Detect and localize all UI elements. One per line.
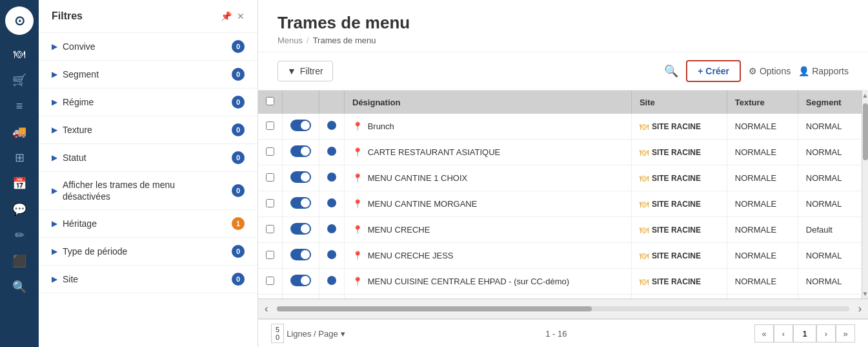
row-toggle-cell bbox=[283, 165, 319, 191]
site-icon: 🍽 bbox=[640, 251, 649, 261]
filter-item-convive[interactable]: ▶ Convive 0 bbox=[39, 33, 257, 61]
filter-item-statut[interactable]: ▶ Statut 0 bbox=[39, 144, 257, 172]
row-designation-cell: 📍 MENU CRECHE JESS bbox=[345, 243, 632, 269]
filter-button[interactable]: ▼ Filtrer bbox=[278, 61, 333, 81]
options-button[interactable]: ⚙ Options bbox=[749, 66, 791, 76]
select-all-checkbox[interactable] bbox=[266, 97, 274, 105]
row-dot-cell bbox=[319, 217, 345, 243]
breadcrumb-parent[interactable]: Menus bbox=[278, 36, 303, 45]
row-site: SITE RACINE bbox=[652, 226, 701, 235]
row-checkbox[interactable] bbox=[266, 225, 274, 233]
row-checkbox[interactable] bbox=[266, 173, 274, 182]
site-icon: 🍽 bbox=[640, 173, 649, 184]
pagination-bar: 5 0 Lignes / Page ▾ 1 - 16 « ‹ 1 › » bbox=[258, 319, 868, 347]
row-checkbox-cell bbox=[258, 140, 283, 165]
chevron-right-icon: ▶ bbox=[52, 247, 57, 256]
row-segment: NORMAL bbox=[806, 147, 842, 157]
status-dot bbox=[327, 224, 336, 233]
table-row: 📍 Brunch 🍽 SITE RACINE NORMALE NORMAL bbox=[258, 114, 862, 140]
page-info: 1 - 16 bbox=[358, 329, 754, 339]
last-page-button[interactable]: » bbox=[836, 324, 855, 342]
row-toggle[interactable] bbox=[290, 171, 311, 183]
filter-item-heritage[interactable]: ▶ Héritage 1 bbox=[39, 210, 257, 238]
nav-icon-tools[interactable]: ✏ bbox=[6, 224, 32, 247]
scroll-thumb-horizontal bbox=[277, 306, 591, 311]
row-checkbox[interactable] bbox=[266, 251, 274, 259]
row-dot-cell bbox=[319, 269, 345, 295]
vertical-scrollbar[interactable]: ▲ ▼ bbox=[862, 90, 868, 299]
nav-icon-layers[interactable]: ⬛ bbox=[6, 249, 32, 273]
row-designation: MENU CANTINE MORGANE bbox=[368, 199, 478, 209]
chevron-down-icon: ▾ bbox=[341, 329, 345, 339]
row-site-cell: 🍽 SITE RACINE bbox=[631, 191, 727, 217]
row-texture-cell: NORMALE bbox=[727, 191, 798, 217]
app-logo[interactable]: ⊙ bbox=[5, 6, 34, 35]
scroll-track-horizontal[interactable] bbox=[277, 306, 849, 311]
filter-badge-segment: 0 bbox=[232, 68, 245, 81]
close-icon[interactable]: ✕ bbox=[237, 11, 245, 21]
lines-per-page-selector[interactable]: Lignes / Page ▾ bbox=[287, 329, 345, 339]
pin-icon[interactable]: 📌 bbox=[221, 11, 232, 21]
row-checkbox[interactable] bbox=[266, 277, 274, 285]
filter-item-segment[interactable]: ▶ Segment 0 bbox=[39, 61, 257, 89]
scroll-up-arrow[interactable]: ▲ bbox=[861, 90, 868, 100]
row-texture-cell: NORMALE bbox=[727, 165, 798, 191]
nav-icon-cart[interactable]: 🛒 bbox=[6, 68, 32, 92]
row-designation: MENU CUISINE CENTRALE EHPAD - (sur CC-dé… bbox=[368, 277, 570, 286]
nav-icon-calendar[interactable]: 📅 bbox=[6, 172, 32, 195]
row-site-cell: 🍽 SITE RACINE bbox=[631, 269, 727, 295]
col-header-designation: Désignation bbox=[345, 90, 632, 114]
row-checkbox-cell bbox=[258, 114, 283, 140]
next-page-button[interactable]: › bbox=[816, 324, 836, 342]
filter-item-type-periode[interactable]: ▶ Type de période 0 bbox=[39, 238, 257, 266]
scroll-down-arrow[interactable]: ▼ bbox=[861, 289, 868, 299]
first-page-button[interactable]: « bbox=[754, 324, 774, 342]
row-designation-cell: 📍 Brunch bbox=[345, 114, 632, 140]
row-toggle[interactable] bbox=[290, 120, 311, 131]
site-icon: 🍽 bbox=[640, 199, 649, 209]
row-segment-cell: NORMAL bbox=[798, 269, 862, 295]
scroll-right-arrow[interactable]: › bbox=[852, 300, 868, 317]
reports-button[interactable]: 👤 Rapports bbox=[798, 66, 849, 76]
prev-page-button[interactable]: ‹ bbox=[774, 324, 793, 342]
nav-icon-chat[interactable]: 💬 bbox=[6, 198, 32, 221]
scroll-left-arrow[interactable]: ‹ bbox=[258, 300, 274, 317]
nav-icon-grid[interactable]: ⊞ bbox=[6, 146, 32, 169]
current-page-number[interactable]: 1 bbox=[793, 324, 816, 342]
location-icon: 📍 bbox=[352, 277, 363, 286]
table-scroll-container[interactable]: Désignation Site Texture Segment bbox=[258, 90, 862, 299]
filter-label-statut: Statut bbox=[63, 152, 86, 163]
row-toggle[interactable] bbox=[290, 275, 311, 286]
filter-item-regime[interactable]: ▶ Régime 0 bbox=[39, 89, 257, 116]
row-segment-cell: NORMAL bbox=[798, 191, 862, 217]
nav-icon-menu[interactable]: ≡ bbox=[6, 94, 32, 118]
row-toggle[interactable] bbox=[290, 249, 311, 260]
row-designation-cell: 📍 MENU CANTINE MORGANE bbox=[345, 191, 632, 217]
row-toggle[interactable] bbox=[290, 223, 311, 235]
filter-item-site[interactable]: ▶ Site 0 bbox=[39, 266, 257, 293]
row-site: SITE RACINE bbox=[652, 251, 701, 260]
filter-item-texture[interactable]: ▶ Texture 0 bbox=[39, 116, 257, 144]
nav-icon-search[interactable]: 🔍 bbox=[6, 275, 32, 299]
nav-icon-home[interactable]: 🍽 bbox=[6, 43, 32, 66]
row-checkbox[interactable] bbox=[266, 121, 274, 130]
row-texture-cell: NORMALE bbox=[727, 269, 798, 295]
row-checkbox[interactable] bbox=[266, 147, 274, 156]
col-header-site: Site bbox=[631, 90, 727, 114]
filter-label-heritage: Héritage bbox=[63, 218, 97, 229]
chevron-right-icon: ▶ bbox=[52, 125, 57, 134]
row-toggle-cell bbox=[283, 191, 319, 217]
row-toggle[interactable] bbox=[290, 197, 311, 209]
row-segment-cell: NORMAL bbox=[798, 140, 862, 165]
row-checkbox-cell bbox=[258, 217, 283, 243]
row-designation-cell: 📍 MENU CRECHE bbox=[345, 217, 632, 243]
scroll-thumb[interactable] bbox=[863, 103, 868, 160]
location-icon: 📍 bbox=[352, 225, 363, 235]
row-checkbox[interactable] bbox=[266, 199, 274, 207]
nav-icon-delivery[interactable]: 🚚 bbox=[6, 120, 32, 143]
create-button[interactable]: + Créer bbox=[686, 60, 741, 82]
row-toggle[interactable] bbox=[290, 145, 311, 157]
filter-item-desactivees[interactable]: ▶ Afficher les trames de menu désactivée… bbox=[39, 172, 257, 210]
lines-count-box: 5 0 bbox=[271, 324, 284, 343]
search-icon[interactable]: 🔍 bbox=[664, 64, 678, 78]
